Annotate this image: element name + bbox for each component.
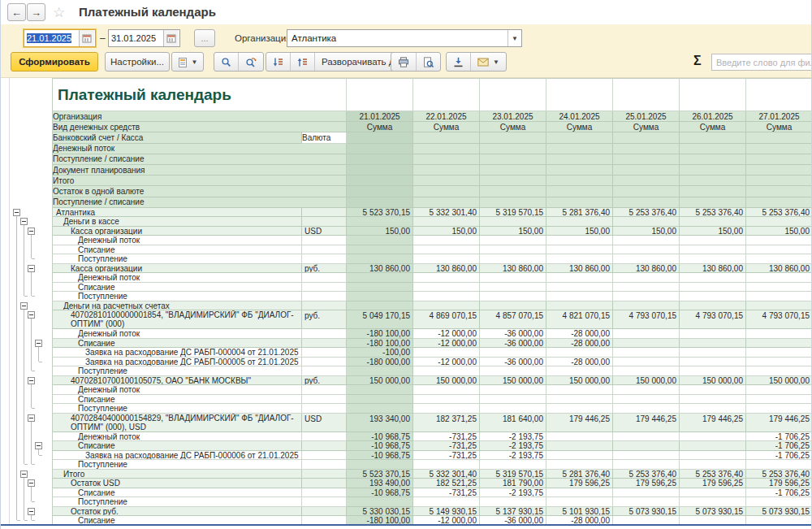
search-icon [221, 57, 231, 67]
value-cell: 179 446,25 [546, 414, 613, 432]
group-collapse-toggle[interactable] [20, 470, 28, 478]
row-label: Поступление [53, 460, 302, 470]
value-cell: -36 000,00 [480, 329, 546, 339]
value-cell [680, 366, 746, 376]
date-from-input[interactable]: 21.01.2025 [24, 29, 96, 47]
grid-cell [613, 165, 680, 176]
grid-cell [413, 154, 480, 165]
value-cell [413, 395, 480, 405]
group-collapse-toggle[interactable] [13, 209, 20, 216]
settings-button[interactable]: Настройки... [105, 52, 170, 72]
organization-dropdown-button[interactable]: ▼ [508, 30, 521, 46]
value-cell: 4 821 070,15 [546, 310, 613, 329]
group-collapse-toggle[interactable] [20, 302, 28, 310]
search-button[interactable] [214, 53, 238, 71]
value-cell: 193 490,00 [347, 479, 413, 488]
value-cell [680, 358, 746, 367]
grid-cell [546, 197, 613, 208]
value-cell [746, 301, 812, 311]
value-cell [546, 254, 613, 264]
window-bottom-border [1, 524, 812, 526]
grid-cell [413, 186, 480, 197]
group-collapse-toggle[interactable] [28, 377, 35, 384]
value-cell: 5 149 930,15 [413, 507, 480, 517]
tree-connector-line [24, 310, 24, 465]
value-cell [413, 348, 480, 358]
group-collapse-toggle[interactable] [28, 479, 35, 487]
group-collapse-toggle[interactable] [28, 311, 35, 319]
date-header-cell: 22.01.2025 [413, 111, 480, 122]
column-header: Поступление / списание [53, 154, 347, 165]
group-collapse-toggle[interactable] [35, 442, 42, 449]
column-header: Поступление / списание [53, 197, 347, 208]
tree-connector-line [31, 422, 32, 465]
value-cell [546, 460, 613, 470]
date-from-calendar-button[interactable] [79, 30, 94, 46]
value-cell: 150 000,00 [347, 376, 413, 386]
date-header-cell: 23.01.2025 [480, 111, 546, 122]
value-cell [680, 283, 746, 293]
grid-cell [347, 186, 413, 197]
value-cell: 179 446,25 [680, 414, 746, 432]
value-cell: 150 000,00 [680, 376, 746, 386]
send-mail-button[interactable]: ▼ [470, 53, 506, 71]
value-cell: 5 073 930,15 [680, 507, 746, 517]
group-collapse-toggle[interactable] [28, 508, 35, 515]
value-cell: 150,00 [347, 227, 413, 236]
save-file-button[interactable] [447, 53, 470, 71]
value-cell: 5 049 170,15 [347, 310, 413, 329]
generate-report-button[interactable]: Сформировать [11, 52, 98, 72]
grid-cell [347, 197, 413, 208]
value-cell: 5 319 570,15 [480, 470, 546, 479]
value-cell [546, 348, 613, 358]
group-collapse-toggle[interactable] [35, 340, 42, 347]
report-variants-button[interactable]: ▼ [171, 52, 204, 72]
value-cell: -36 000,00 [480, 339, 546, 349]
value-cell [680, 329, 746, 339]
value-cell [480, 245, 546, 255]
group-collapse-toggle[interactable] [28, 265, 35, 272]
collapse-groups-button[interactable] [290, 53, 314, 71]
print-button[interactable] [391, 53, 416, 71]
quick-filter-input[interactable] [711, 54, 812, 71]
search-next-button[interactable] [238, 53, 263, 71]
row-label: Поступление [53, 254, 302, 264]
date-period-more-button[interactable]: ... [194, 29, 215, 47]
date-to-input[interactable]: 31.01.2025 [108, 29, 180, 47]
date-to-value: 31.01.2025 [109, 30, 163, 46]
value-cell [746, 358, 812, 367]
row-label: Списание [53, 441, 302, 451]
grid-cell [480, 144, 546, 154]
date-to-calendar-button[interactable] [163, 30, 179, 46]
back-button[interactable]: ← [7, 3, 26, 21]
favorite-star-icon[interactable]: ☆ [53, 4, 65, 21]
expand-groups-button[interactable] [266, 53, 290, 71]
value-cell: 5 073 930,15 [746, 507, 812, 517]
value-cell [680, 441, 746, 451]
value-cell [347, 245, 413, 255]
value-cell [613, 488, 680, 498]
group-collapse-toggle[interactable] [20, 218, 28, 225]
report-variant-icon [178, 57, 188, 67]
grid-cell [347, 165, 413, 176]
group-collapse-toggle[interactable] [28, 414, 35, 422]
date-header-cell: 24.01.2025 [546, 111, 613, 122]
value-cell: -2 193,75 [480, 488, 546, 498]
grid-cell [546, 165, 613, 176]
forward-button[interactable]: → [27, 3, 45, 21]
value-cell [546, 236, 613, 245]
value-cell: -100,00 [347, 348, 413, 358]
organization-combobox[interactable]: Атлантика ▼ [287, 29, 522, 47]
currency-cell [302, 404, 347, 414]
expand-groups-icon [273, 57, 283, 67]
grid-cell [680, 186, 746, 197]
value-cell [746, 404, 812, 414]
autosum-indicator[interactable]: Σ [693, 54, 702, 68]
currency-cell [302, 432, 347, 442]
value-cell [613, 292, 680, 301]
value-cell: -28 000,00 [546, 339, 613, 349]
print-preview-button[interactable] [416, 53, 440, 71]
value-cell [413, 254, 480, 264]
group-collapse-toggle[interactable] [28, 228, 35, 235]
value-cell: -12 000,00 [413, 339, 480, 349]
